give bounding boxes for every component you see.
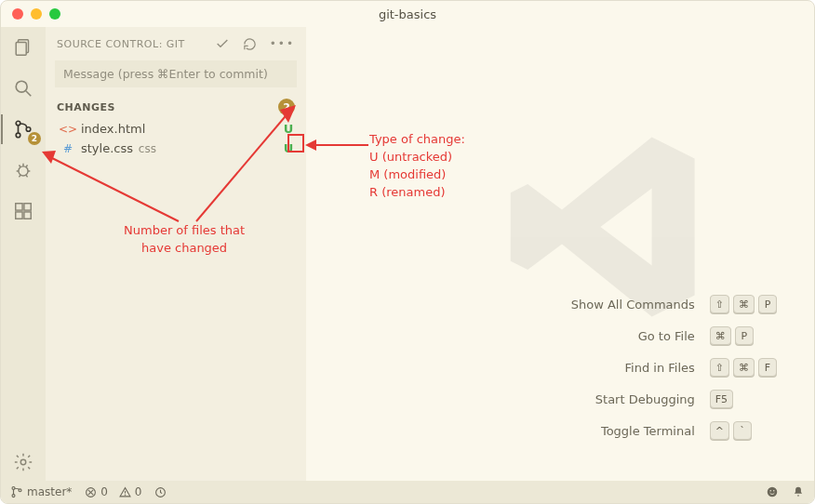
status-branch[interactable]: master*	[10, 485, 72, 498]
svg-point-29	[768, 487, 778, 497]
shortcut-keys: ⌘P	[710, 326, 777, 345]
keycap: ⇧	[710, 295, 729, 313]
file-status-letter: U	[282, 122, 295, 136]
keycap: ⌘	[733, 295, 755, 313]
window-title: git-basics	[1, 7, 814, 21]
shortcut-label: Toggle Terminal	[571, 424, 695, 438]
svg-point-30	[769, 490, 771, 492]
svg-point-19	[20, 459, 26, 465]
file-row[interactable]: <>index.htmlU	[46, 119, 306, 139]
source-control-icon[interactable]: 2	[10, 116, 36, 142]
svg-rect-15	[16, 204, 22, 210]
explorer-icon[interactable]	[10, 34, 36, 60]
svg-line-3	[26, 91, 32, 97]
svg-line-11	[19, 166, 20, 167]
scm-badge: 2	[28, 132, 41, 145]
svg-point-2	[16, 81, 27, 92]
search-icon[interactable]	[10, 75, 36, 101]
file-type-icon: #	[60, 142, 75, 155]
file-name: index.html	[81, 122, 276, 136]
svg-point-31	[773, 490, 775, 492]
refresh-icon[interactable]	[243, 36, 257, 51]
svg-rect-17	[16, 212, 22, 219]
shortcut-keys: ⇧⌘P	[710, 295, 777, 313]
status-bar: master* 0 0	[1, 481, 814, 503]
settings-gear-icon[interactable]	[10, 449, 36, 475]
svg-rect-18	[24, 212, 31, 219]
svg-rect-16	[24, 204, 31, 210]
svg-line-12	[26, 166, 28, 167]
scm-title: SOURCE CONTROL: GIT	[57, 38, 211, 50]
changes-section-title: CHANGES	[57, 101, 278, 113]
keycap: F5	[710, 390, 733, 408]
keycap: P	[735, 326, 754, 345]
keycap: P	[758, 295, 777, 313]
file-status-letter: U	[282, 141, 295, 155]
status-bell-icon[interactable]	[792, 485, 805, 498]
svg-rect-1	[16, 43, 26, 56]
shortcut-label: Go to File	[571, 329, 695, 343]
svg-point-4	[16, 121, 20, 126]
svg-point-7	[19, 166, 28, 176]
more-actions-icon[interactable]: •••	[270, 36, 295, 51]
svg-point-21	[12, 495, 15, 497]
file-ext: css	[135, 142, 156, 155]
keycap: F	[758, 358, 777, 377]
keycap: ⇧	[710, 358, 729, 377]
title-bar: git-basics	[1, 1, 814, 27]
window-body: 2 SOURCE CONTROL: GIT ••• Me	[1, 27, 814, 481]
source-control-panel: SOURCE CONTROL: GIT ••• Message (press ⌘…	[46, 27, 306, 481]
status-history-icon[interactable]	[154, 486, 167, 498]
keycap: ⌘	[710, 326, 731, 345]
welcome-shortcuts: Show All Commands⇧⌘PGo to File⌘PFind in …	[571, 295, 777, 440]
svg-point-6	[26, 127, 31, 132]
changes-count-badge: 2	[278, 99, 295, 115]
keycap: `	[733, 421, 752, 440]
keycap: ⌘	[733, 358, 755, 377]
shortcut-keys: ^`	[710, 421, 777, 440]
scm-header: SOURCE CONTROL: GIT •••	[46, 27, 306, 57]
vscode-window: git-basics 2	[0, 0, 815, 504]
svg-line-13	[19, 175, 20, 177]
shortcut-label: Start Debugging	[571, 392, 695, 406]
svg-line-14	[26, 175, 28, 177]
debug-icon[interactable]	[10, 157, 36, 183]
file-name: style.css css	[81, 141, 276, 155]
file-row[interactable]: #style.css cssU	[46, 139, 306, 158]
activity-bar: 2	[1, 27, 46, 481]
status-feedback-icon[interactable]	[766, 485, 779, 498]
shortcut-keys: F5	[710, 390, 777, 408]
svg-point-5	[16, 133, 20, 138]
svg-point-27	[125, 494, 126, 495]
shortcut-keys: ⇧⌘F	[710, 358, 777, 377]
shortcut-label: Show All Commands	[571, 298, 695, 312]
commit-message-input[interactable]: Message (press ⌘Enter to commit)	[55, 60, 297, 87]
keycap: ^	[710, 421, 729, 440]
editor-area: Show All Commands⇧⌘PGo to File⌘PFind in …	[306, 27, 814, 481]
status-problems[interactable]: 0 0	[85, 485, 141, 498]
commit-check-icon[interactable]	[215, 36, 230, 51]
file-type-icon: <>	[60, 123, 75, 136]
svg-point-20	[12, 486, 15, 489]
extensions-icon[interactable]	[10, 198, 36, 224]
shortcut-label: Find in Files	[571, 361, 695, 375]
